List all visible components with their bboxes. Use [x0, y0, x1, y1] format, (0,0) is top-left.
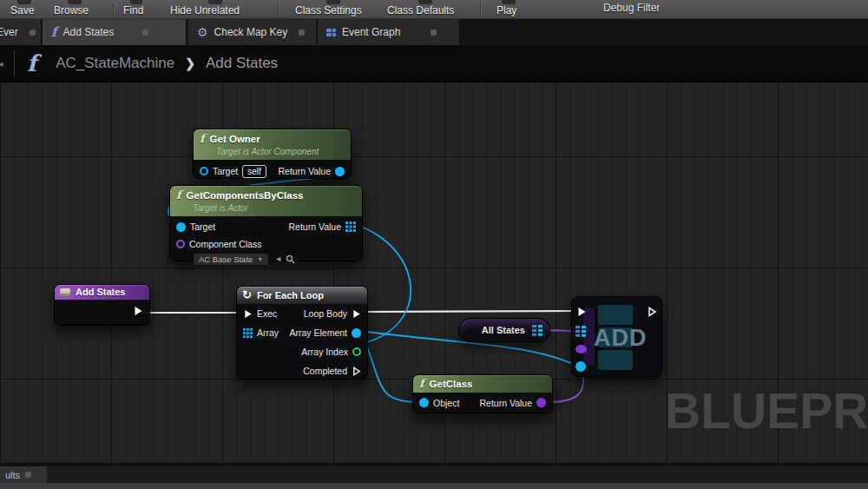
pin-target-map-input[interactable] [575, 326, 586, 337]
pin-array-output[interactable] [345, 221, 356, 232]
pin-return-output[interactable] [536, 398, 546, 407]
tab-bar: Ever f Add States ⚙ Check Map Key Event … [0, 19, 868, 45]
pin-map-output[interactable] [532, 325, 542, 336]
class-settings-label: Class Settings [295, 4, 362, 17]
node-map-add[interactable]: ADD [571, 296, 662, 377]
pin-value-input[interactable] [575, 361, 586, 372]
use-asset-arrow-icon[interactable]: ◄ [274, 254, 282, 263]
hide-unrelated-button[interactable]: Hide Unrelated [170, 0, 260, 19]
tab-check-map-key[interactable]: ⚙ Check Map Key [188, 19, 317, 45]
node-get-components-by-class[interactable]: fGetComponentsByClass Target is Actor Ta… [169, 185, 363, 261]
find-button[interactable]: Find [123, 0, 151, 19]
pin-label: Object [433, 398, 459, 408]
node-all-states-variable[interactable]: All States [458, 318, 550, 342]
pin-exec-output[interactable] [647, 307, 657, 317]
pin-target-input[interactable] [200, 167, 208, 175]
back-arrow-icon[interactable]: ◂ [0, 58, 10, 69]
wire-exec-loopbody-to-add [361, 311, 576, 312]
pin-exec-output[interactable] [133, 306, 143, 316]
bottom-tab-label: ults [5, 470, 20, 480]
breadcrumb-root[interactable]: AC_StateMachine [56, 55, 174, 72]
browse-button[interactable]: Browse [54, 0, 97, 19]
pin-exec-input[interactable] [576, 307, 587, 317]
pin-exec-input[interactable] [243, 309, 253, 319]
tab-close-icon[interactable] [142, 30, 148, 36]
function-entry-icon [60, 288, 70, 296]
tab-event-graph[interactable]: Event Graph [318, 19, 460, 45]
tab-close-icon[interactable] [431, 30, 437, 36]
function-icon: f [419, 377, 424, 390]
tab-add-states-label: Add States [62, 26, 114, 38]
pin-target-input[interactable] [176, 222, 186, 232]
pin-label: Return Value [288, 221, 341, 232]
browse-label: Browse [54, 4, 89, 17]
pin-label: Array Index [301, 347, 348, 357]
class-settings-button[interactable]: Class Settings [295, 0, 372, 19]
play-button[interactable]: Play [496, 0, 523, 19]
breadcrumb: ◂ f AC_StateMachine ❯ Add States [0, 45, 868, 83]
tab-check-map-key-label: Check Map Key [214, 26, 288, 38]
tab-close-icon[interactable] [25, 472, 31, 478]
breadcrumb-current[interactable]: Add States [206, 55, 278, 72]
pin-array-index-output[interactable] [352, 347, 361, 356]
node-header: ↻ For Each Loop [237, 287, 367, 304]
save-label: Save [10, 4, 34, 17]
pin-object-input[interactable] [419, 398, 429, 407]
pin-label: Target [213, 166, 238, 176]
status-strip [0, 483, 868, 489]
class-defaults-label: Class Defaults [387, 4, 454, 17]
node-get-owner[interactable]: fGet Owner Target is Actor Component Tar… [193, 129, 352, 179]
pin-label: Array [257, 327, 279, 338]
pin-key-input[interactable] [575, 345, 587, 354]
tab-ever[interactable]: Ever [0, 19, 42, 45]
node-get-class[interactable]: fGetClass Object Return Value [412, 374, 553, 413]
class-select-dropdown[interactable]: AC Base State ▼ [193, 253, 269, 266]
hide-unrelated-label: Hide Unrelated [170, 4, 240, 17]
node-title: Get Owner [210, 134, 260, 144]
pin-label: Exec [257, 308, 277, 319]
tab-compiler-results[interactable]: ults [0, 466, 47, 483]
event-graph-icon [326, 29, 336, 36]
variable-label: All States [482, 325, 525, 335]
node-header: fGet Owner Target is Actor Component [194, 129, 351, 160]
function-icon: f [176, 188, 181, 202]
save-button[interactable]: Save [10, 0, 40, 19]
node-header: fGetComponentsByClass Target is Actor [170, 186, 362, 216]
pin-completed-output[interactable] [352, 367, 361, 376]
find-label: Find [123, 4, 143, 17]
pin-array-input[interactable] [243, 328, 253, 338]
function-icon: f [200, 132, 205, 145]
toolbar-separator [113, 3, 114, 17]
bottom-tab-bar: ults [0, 466, 868, 483]
self-reference-box[interactable]: self [242, 165, 266, 178]
tab-close-icon[interactable] [299, 30, 305, 36]
class-defaults-button[interactable]: Class Defaults [387, 0, 464, 19]
blueprint-editor: Save Browse Find Hide Unrelated Class Se… [0, 0, 868, 489]
pin-array-element-output[interactable] [352, 328, 361, 338]
tab-event-graph-label: Event Graph [342, 26, 400, 38]
function-icon: f [51, 26, 56, 39]
node-title: For Each Loop [257, 290, 324, 301]
pin-return-output[interactable] [335, 167, 345, 176]
graph-canvas[interactable]: BLUEPRINT ◂ f AC_StateMachine ❯ Add Stat… [0, 45, 868, 463]
breadcrumb-divider [14, 50, 15, 76]
node-header: Add States [55, 285, 149, 300]
node-title: GetClass [430, 379, 473, 389]
main-toolbar: Save Browse Find Hide Unrelated Class Se… [0, 0, 868, 19]
pin-loop-body-output[interactable] [352, 309, 361, 319]
node-for-each-loop[interactable]: ↻ For Each Loop Exec Loop Body [236, 286, 368, 380]
pin-label: Return Value [278, 166, 331, 176]
node-subtitle: Target is Actor [193, 203, 356, 213]
browse-asset-icon[interactable] [286, 254, 295, 264]
tab-close-icon[interactable] [30, 30, 36, 36]
tab-add-states[interactable]: f Add States [43, 19, 187, 45]
pin-label: Return Value [479, 398, 532, 408]
pin-component-class-input[interactable] [176, 240, 185, 248]
node-add-states-entry[interactable]: Add States [54, 284, 150, 326]
class-select-value: AC Base State [199, 254, 253, 264]
debug-filter-label[interactable]: Debug Filter [603, 2, 660, 14]
chevron-down-icon: ▼ [257, 256, 263, 262]
toolbar-separator [480, 3, 481, 17]
pin-label: Component Class [189, 239, 261, 249]
pin-label: Loop Body [304, 308, 347, 319]
